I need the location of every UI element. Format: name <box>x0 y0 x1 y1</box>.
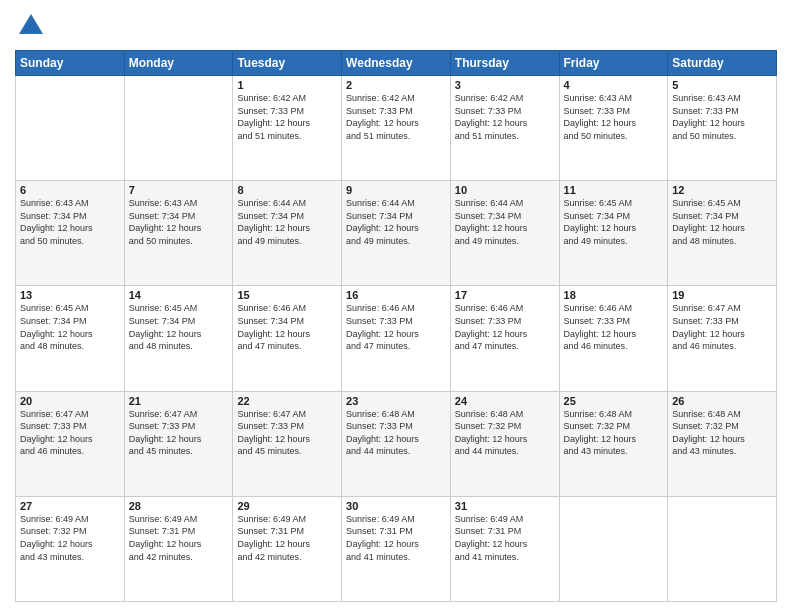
col-header-sunday: Sunday <box>16 51 125 76</box>
day-info: Sunrise: 6:47 AM Sunset: 7:33 PM Dayligh… <box>129 408 229 458</box>
day-number: 14 <box>129 289 229 301</box>
day-cell: 22Sunrise: 6:47 AM Sunset: 7:33 PM Dayli… <box>233 391 342 496</box>
day-cell <box>124 76 233 181</box>
day-cell: 28Sunrise: 6:49 AM Sunset: 7:31 PM Dayli… <box>124 496 233 601</box>
col-header-monday: Monday <box>124 51 233 76</box>
day-cell: 8Sunrise: 6:44 AM Sunset: 7:34 PM Daylig… <box>233 181 342 286</box>
week-row-5: 27Sunrise: 6:49 AM Sunset: 7:32 PM Dayli… <box>16 496 777 601</box>
day-number: 25 <box>564 395 664 407</box>
day-number: 8 <box>237 184 337 196</box>
day-info: Sunrise: 6:44 AM Sunset: 7:34 PM Dayligh… <box>237 197 337 247</box>
day-cell: 29Sunrise: 6:49 AM Sunset: 7:31 PM Dayli… <box>233 496 342 601</box>
day-number: 20 <box>20 395 120 407</box>
day-info: Sunrise: 6:42 AM Sunset: 7:33 PM Dayligh… <box>455 92 555 142</box>
day-number: 29 <box>237 500 337 512</box>
day-cell <box>668 496 777 601</box>
day-cell: 21Sunrise: 6:47 AM Sunset: 7:33 PM Dayli… <box>124 391 233 496</box>
day-info: Sunrise: 6:43 AM Sunset: 7:34 PM Dayligh… <box>20 197 120 247</box>
col-header-friday: Friday <box>559 51 668 76</box>
day-number: 5 <box>672 79 772 91</box>
day-number: 10 <box>455 184 555 196</box>
day-info: Sunrise: 6:43 AM Sunset: 7:34 PM Dayligh… <box>129 197 229 247</box>
week-row-1: 1Sunrise: 6:42 AM Sunset: 7:33 PM Daylig… <box>16 76 777 181</box>
day-info: Sunrise: 6:45 AM Sunset: 7:34 PM Dayligh… <box>564 197 664 247</box>
day-number: 6 <box>20 184 120 196</box>
day-number: 11 <box>564 184 664 196</box>
day-info: Sunrise: 6:43 AM Sunset: 7:33 PM Dayligh… <box>672 92 772 142</box>
logo-icon <box>15 10 47 42</box>
day-cell: 6Sunrise: 6:43 AM Sunset: 7:34 PM Daylig… <box>16 181 125 286</box>
day-number: 28 <box>129 500 229 512</box>
day-info: Sunrise: 6:48 AM Sunset: 7:33 PM Dayligh… <box>346 408 446 458</box>
day-number: 23 <box>346 395 446 407</box>
day-info: Sunrise: 6:49 AM Sunset: 7:31 PM Dayligh… <box>455 513 555 563</box>
day-number: 1 <box>237 79 337 91</box>
day-cell: 5Sunrise: 6:43 AM Sunset: 7:33 PM Daylig… <box>668 76 777 181</box>
day-number: 26 <box>672 395 772 407</box>
day-cell: 18Sunrise: 6:46 AM Sunset: 7:33 PM Dayli… <box>559 286 668 391</box>
day-cell: 24Sunrise: 6:48 AM Sunset: 7:32 PM Dayli… <box>450 391 559 496</box>
day-number: 4 <box>564 79 664 91</box>
day-number: 3 <box>455 79 555 91</box>
week-row-2: 6Sunrise: 6:43 AM Sunset: 7:34 PM Daylig… <box>16 181 777 286</box>
day-number: 13 <box>20 289 120 301</box>
col-header-wednesday: Wednesday <box>342 51 451 76</box>
day-number: 30 <box>346 500 446 512</box>
week-row-4: 20Sunrise: 6:47 AM Sunset: 7:33 PM Dayli… <box>16 391 777 496</box>
day-info: Sunrise: 6:46 AM Sunset: 7:33 PM Dayligh… <box>455 302 555 352</box>
day-cell: 11Sunrise: 6:45 AM Sunset: 7:34 PM Dayli… <box>559 181 668 286</box>
day-cell: 19Sunrise: 6:47 AM Sunset: 7:33 PM Dayli… <box>668 286 777 391</box>
day-info: Sunrise: 6:45 AM Sunset: 7:34 PM Dayligh… <box>672 197 772 247</box>
day-info: Sunrise: 6:42 AM Sunset: 7:33 PM Dayligh… <box>237 92 337 142</box>
day-cell: 25Sunrise: 6:48 AM Sunset: 7:32 PM Dayli… <box>559 391 668 496</box>
col-header-saturday: Saturday <box>668 51 777 76</box>
day-info: Sunrise: 6:49 AM Sunset: 7:31 PM Dayligh… <box>237 513 337 563</box>
day-number: 17 <box>455 289 555 301</box>
day-cell: 3Sunrise: 6:42 AM Sunset: 7:33 PM Daylig… <box>450 76 559 181</box>
day-cell: 10Sunrise: 6:44 AM Sunset: 7:34 PM Dayli… <box>450 181 559 286</box>
week-row-3: 13Sunrise: 6:45 AM Sunset: 7:34 PM Dayli… <box>16 286 777 391</box>
day-number: 19 <box>672 289 772 301</box>
calendar: SundayMondayTuesdayWednesdayThursdayFrid… <box>15 50 777 602</box>
day-info: Sunrise: 6:48 AM Sunset: 7:32 PM Dayligh… <box>564 408 664 458</box>
day-number: 31 <box>455 500 555 512</box>
day-info: Sunrise: 6:43 AM Sunset: 7:33 PM Dayligh… <box>564 92 664 142</box>
day-info: Sunrise: 6:48 AM Sunset: 7:32 PM Dayligh… <box>672 408 772 458</box>
header <box>15 10 777 42</box>
day-cell: 26Sunrise: 6:48 AM Sunset: 7:32 PM Dayli… <box>668 391 777 496</box>
day-info: Sunrise: 6:46 AM Sunset: 7:34 PM Dayligh… <box>237 302 337 352</box>
day-info: Sunrise: 6:47 AM Sunset: 7:33 PM Dayligh… <box>20 408 120 458</box>
day-cell <box>16 76 125 181</box>
day-info: Sunrise: 6:44 AM Sunset: 7:34 PM Dayligh… <box>455 197 555 247</box>
day-number: 16 <box>346 289 446 301</box>
day-cell: 13Sunrise: 6:45 AM Sunset: 7:34 PM Dayli… <box>16 286 125 391</box>
page: SundayMondayTuesdayWednesdayThursdayFrid… <box>0 0 792 612</box>
col-header-thursday: Thursday <box>450 51 559 76</box>
day-info: Sunrise: 6:45 AM Sunset: 7:34 PM Dayligh… <box>20 302 120 352</box>
day-number: 7 <box>129 184 229 196</box>
day-info: Sunrise: 6:49 AM Sunset: 7:31 PM Dayligh… <box>129 513 229 563</box>
day-cell: 14Sunrise: 6:45 AM Sunset: 7:34 PM Dayli… <box>124 286 233 391</box>
logo <box>15 10 51 42</box>
day-number: 24 <box>455 395 555 407</box>
day-number: 12 <box>672 184 772 196</box>
day-cell: 7Sunrise: 6:43 AM Sunset: 7:34 PM Daylig… <box>124 181 233 286</box>
day-cell: 4Sunrise: 6:43 AM Sunset: 7:33 PM Daylig… <box>559 76 668 181</box>
day-cell: 16Sunrise: 6:46 AM Sunset: 7:33 PM Dayli… <box>342 286 451 391</box>
day-info: Sunrise: 6:47 AM Sunset: 7:33 PM Dayligh… <box>672 302 772 352</box>
day-info: Sunrise: 6:46 AM Sunset: 7:33 PM Dayligh… <box>564 302 664 352</box>
day-number: 21 <box>129 395 229 407</box>
day-cell: 15Sunrise: 6:46 AM Sunset: 7:34 PM Dayli… <box>233 286 342 391</box>
day-info: Sunrise: 6:47 AM Sunset: 7:33 PM Dayligh… <box>237 408 337 458</box>
day-info: Sunrise: 6:42 AM Sunset: 7:33 PM Dayligh… <box>346 92 446 142</box>
day-cell: 9Sunrise: 6:44 AM Sunset: 7:34 PM Daylig… <box>342 181 451 286</box>
day-cell: 27Sunrise: 6:49 AM Sunset: 7:32 PM Dayli… <box>16 496 125 601</box>
day-number: 2 <box>346 79 446 91</box>
day-cell: 17Sunrise: 6:46 AM Sunset: 7:33 PM Dayli… <box>450 286 559 391</box>
day-cell: 20Sunrise: 6:47 AM Sunset: 7:33 PM Dayli… <box>16 391 125 496</box>
day-number: 22 <box>237 395 337 407</box>
day-number: 18 <box>564 289 664 301</box>
day-cell <box>559 496 668 601</box>
day-info: Sunrise: 6:46 AM Sunset: 7:33 PM Dayligh… <box>346 302 446 352</box>
day-info: Sunrise: 6:49 AM Sunset: 7:32 PM Dayligh… <box>20 513 120 563</box>
